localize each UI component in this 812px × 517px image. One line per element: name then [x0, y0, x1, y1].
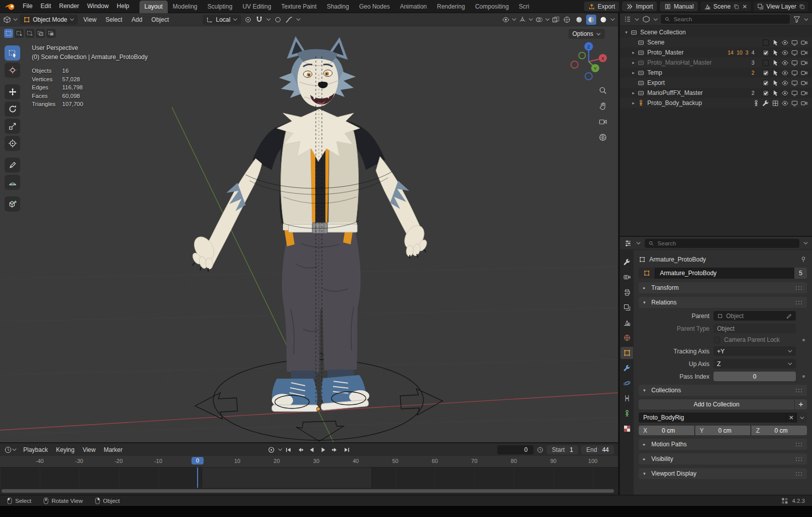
monitor-icon[interactable]	[791, 99, 798, 107]
collection-specials-button[interactable]	[796, 412, 807, 423]
manual-button[interactable]: Manual	[660, 2, 697, 11]
expand-arrow-icon[interactable]: ▾	[623, 30, 630, 35]
select-mode-intersect[interactable]	[46, 29, 56, 38]
checkbox-checked-icon[interactable]	[762, 69, 770, 77]
scene-selector[interactable]: Scene	[701, 2, 751, 11]
drag-dots-icon[interactable]	[795, 300, 802, 305]
shading-solid-button[interactable]	[574, 15, 584, 25]
camera-icon[interactable]	[800, 39, 808, 46]
timeline-menu-marker[interactable]: Marker	[100, 446, 126, 453]
checkbox-empty-icon[interactable]	[762, 39, 770, 46]
zoom-icon[interactable]	[598, 86, 607, 95]
drag-dots-icon[interactable]	[795, 457, 802, 461]
workspace-tab-geo-nodes[interactable]: Geo Nodes	[354, 1, 395, 13]
snap-magnet-icon[interactable]	[255, 16, 263, 24]
viewport-menu-select[interactable]: Select	[102, 16, 126, 23]
editor-type-properties-icon[interactable]	[624, 239, 632, 247]
offset-x-field[interactable]: X0 cm	[639, 426, 694, 435]
timeline-menu-view[interactable]: View	[79, 446, 99, 453]
options-button[interactable]: Options	[568, 29, 605, 39]
xray-toggle-icon[interactable]	[552, 16, 560, 24]
outliner-row-scene[interactable]: Scene	[620, 37, 812, 47]
workspace-tab-compositing[interactable]: Compositing	[470, 1, 514, 13]
properties-tab-constraints[interactable]	[620, 392, 633, 404]
playhead-line[interactable]	[197, 468, 198, 488]
viewport-menu-object[interactable]: Object	[148, 16, 173, 23]
eyedropper-icon[interactable]	[786, 313, 792, 319]
shading-rendered-button[interactable]	[598, 15, 608, 25]
play-reverse-button[interactable]	[307, 445, 317, 454]
copy-icon[interactable]	[799, 4, 805, 10]
camera-view-icon[interactable]	[598, 117, 607, 126]
motion-paths-section-header[interactable]: ▸ Motion Paths	[639, 439, 807, 450]
shading-material-button[interactable]	[586, 15, 596, 25]
pass-index-field[interactable]: 0	[713, 372, 796, 381]
auto-keying-toggle[interactable]	[266, 445, 277, 454]
outliner-row-export[interactable]: Export	[620, 78, 812, 88]
scene-render[interactable]	[0, 26, 618, 442]
timeline-menu-keying[interactable]: Keying	[53, 446, 78, 453]
workspace-tab-scri[interactable]: Scri	[514, 1, 535, 13]
collection-name-field[interactable]: Proto_BodyRig	[639, 412, 786, 423]
parent-field[interactable]: Object	[713, 311, 796, 321]
properties-tab-modifiers[interactable]	[620, 362, 633, 374]
remove-collection-button[interactable]	[786, 412, 796, 423]
properties-tab-tool[interactable]	[620, 256, 633, 268]
eye-icon[interactable]	[781, 39, 789, 46]
editor-type-timeline-icon[interactable]	[4, 446, 12, 454]
mode-dropdown[interactable]: Object Mode	[20, 15, 78, 25]
checkbox-checked-icon[interactable]	[762, 79, 770, 87]
checkbox-checked-icon[interactable]	[762, 49, 770, 57]
eye-icon[interactable]	[781, 69, 789, 77]
camera-icon[interactable]	[800, 99, 808, 107]
tool-move-button[interactable]	[5, 84, 20, 99]
navigation-gizmo[interactable]: Z X Y	[568, 40, 611, 83]
timeline-track[interactable]	[0, 468, 618, 488]
ortho-toggle-icon[interactable]	[598, 133, 607, 142]
eye-icon[interactable]	[781, 59, 789, 67]
offset-y-field[interactable]: Y0 cm	[695, 426, 751, 435]
filter-funnel-icon[interactable]	[793, 15, 801, 23]
viewport-display-section-header[interactable]: ▾ Viewport Display	[639, 468, 807, 479]
visibility-section-header[interactable]: ▸ Visibility	[639, 453, 807, 464]
workspace-tab-rendering[interactable]: Rendering	[432, 1, 470, 13]
playhead[interactable]: 0	[192, 457, 204, 464]
falloff-curve-icon[interactable]	[285, 16, 293, 24]
properties-tab-object[interactable]	[620, 347, 633, 359]
properties-search-input[interactable]	[656, 240, 796, 247]
pointer-icon[interactable]	[772, 39, 779, 46]
shading-wireframe-button[interactable]	[562, 15, 572, 25]
tool-add-cube-button[interactable]	[5, 196, 20, 212]
monitor-icon[interactable]	[791, 89, 798, 97]
workspace-tab-animation[interactable]: Animation	[395, 1, 432, 13]
outliner-row-scene-collection[interactable]: ▾Scene Collection	[620, 27, 812, 37]
properties-tab-object-data[interactable]	[620, 407, 633, 420]
menu-file[interactable]: File	[19, 0, 36, 13]
pointer-icon[interactable]	[772, 69, 779, 77]
snap-target-icon[interactable]	[244, 16, 252, 24]
editor-type-3d-icon[interactable]	[3, 16, 11, 24]
scrollbar-thumb[interactable]	[2, 489, 614, 493]
chevron-down-icon[interactable]	[512, 18, 516, 21]
chevron-down-icon[interactable]	[266, 18, 271, 21]
previous-keyframe-button[interactable]	[295, 445, 306, 454]
animate-dot[interactable]	[802, 375, 805, 378]
wrench-icon[interactable]	[762, 99, 770, 107]
camera-icon[interactable]	[800, 89, 808, 97]
pin-icon[interactable]	[800, 256, 807, 263]
expand-arrow-icon[interactable]: ▸	[630, 70, 637, 75]
tool-select-box-button[interactable]	[5, 45, 20, 61]
outliner-row-proto-master[interactable]: ▸Proto_Master141034	[620, 47, 812, 58]
tool-scale-button[interactable]	[5, 119, 20, 134]
collections-section-header[interactable]: ▾ Collections	[639, 385, 807, 396]
drag-dots-icon[interactable]	[795, 442, 802, 447]
id-type-button[interactable]	[639, 268, 655, 279]
outliner-search-input[interactable]	[673, 16, 786, 23]
chevron-down-icon[interactable]	[545, 18, 550, 21]
properties-tab-physics[interactable]	[620, 377, 633, 389]
proportional-editing-icon[interactable]	[274, 16, 282, 24]
monitor-icon[interactable]	[791, 49, 798, 57]
tool-measure-button[interactable]	[5, 175, 20, 190]
outliner-row-proto-mariohat-master[interactable]: ▸Proto_MarioHat_Master3	[620, 58, 812, 68]
close-icon[interactable]	[742, 4, 748, 10]
